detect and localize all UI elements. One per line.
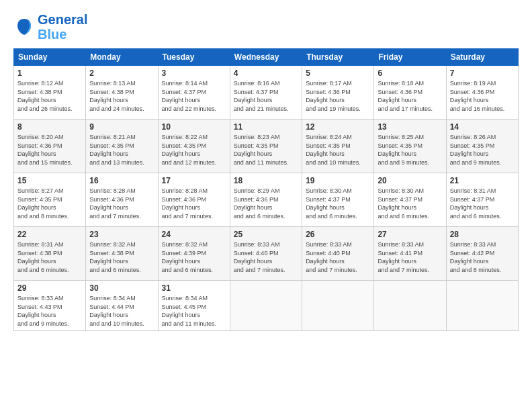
day-info: Sunrise: 8:23 AMSunset: 4:35 PMDaylight … [234, 133, 298, 167]
weekday-header: Wednesday [230, 49, 302, 66]
day-number: 5 [306, 68, 370, 78]
weekday-header: Thursday [302, 49, 374, 66]
calendar-cell: 26 Sunrise: 8:33 AMSunset: 4:40 PMDaylig… [302, 227, 374, 281]
calendar-week-row: 22 Sunrise: 8:31 AMSunset: 4:38 PMDaylig… [14, 227, 519, 281]
calendar-cell: 20 Sunrise: 8:30 AMSunset: 4:37 PMDaylig… [374, 173, 446, 227]
calendar-week-row: 8 Sunrise: 8:20 AMSunset: 4:36 PMDayligh… [14, 120, 519, 173]
calendar-cell: 18 Sunrise: 8:29 AMSunset: 4:36 PMDaylig… [230, 173, 302, 227]
day-number: 29 [17, 283, 82, 293]
day-number: 17 [162, 176, 226, 185]
weekday-header: Friday [374, 49, 446, 66]
calendar-cell [446, 281, 518, 331]
day-number: 28 [450, 230, 515, 239]
calendar-cell: 6 Sunrise: 8:18 AMSunset: 4:36 PMDayligh… [374, 66, 446, 120]
day-info: Sunrise: 8:14 AMSunset: 4:37 PMDaylight … [162, 79, 226, 113]
calendar-week-row: 29 Sunrise: 8:33 AMSunset: 4:43 PMDaylig… [14, 281, 519, 331]
day-info: Sunrise: 8:20 AMSunset: 4:36 PMDaylight … [17, 133, 82, 167]
calendar-cell: 10 Sunrise: 8:22 AMSunset: 4:35 PMDaylig… [158, 120, 230, 173]
calendar-cell: 2 Sunrise: 8:13 AMSunset: 4:38 PMDayligh… [86, 66, 158, 120]
day-number: 19 [306, 176, 370, 185]
day-info: Sunrise: 8:25 AMSunset: 4:35 PMDaylight … [378, 133, 442, 167]
calendar-cell: 30 Sunrise: 8:34 AMSunset: 4:44 PMDaylig… [86, 281, 158, 331]
weekday-header: Tuesday [158, 49, 230, 66]
calendar-cell [302, 281, 374, 331]
day-number: 16 [89, 176, 154, 185]
calendar-cell: 7 Sunrise: 8:19 AMSunset: 4:36 PMDayligh… [446, 66, 518, 120]
logo: General Blue [13, 12, 87, 42]
day-info: Sunrise: 8:32 AMSunset: 4:38 PMDaylight … [89, 240, 154, 274]
day-info: Sunrise: 8:22 AMSunset: 4:35 PMDaylight … [162, 133, 226, 167]
day-info: Sunrise: 8:13 AMSunset: 4:38 PMDaylight … [89, 79, 154, 113]
weekday-header: Monday [86, 49, 158, 66]
day-info: Sunrise: 8:30 AMSunset: 4:37 PMDaylight … [306, 187, 370, 220]
weekday-header: Saturday [446, 49, 518, 66]
calendar-cell: 5 Sunrise: 8:17 AMSunset: 4:36 PMDayligh… [302, 66, 374, 120]
day-info: Sunrise: 8:17 AMSunset: 4:36 PMDaylight … [306, 79, 370, 113]
day-number: 23 [89, 230, 154, 239]
day-number: 13 [378, 122, 442, 132]
day-number: 10 [162, 122, 226, 132]
day-number: 3 [162, 68, 226, 78]
day-info: Sunrise: 8:30 AMSunset: 4:37 PMDaylight … [378, 187, 442, 220]
calendar-cell: 21 Sunrise: 8:31 AMSunset: 4:37 PMDaylig… [446, 173, 518, 227]
day-number: 7 [450, 68, 515, 78]
calendar-cell: 9 Sunrise: 8:21 AMSunset: 4:35 PMDayligh… [86, 120, 158, 173]
calendar-week-row: 15 Sunrise: 8:27 AMSunset: 4:35 PMDaylig… [14, 173, 519, 227]
calendar-cell: 28 Sunrise: 8:33 AMSunset: 4:42 PMDaylig… [446, 227, 518, 281]
calendar-cell: 17 Sunrise: 8:28 AMSunset: 4:36 PMDaylig… [158, 173, 230, 227]
day-info: Sunrise: 8:33 AMSunset: 4:42 PMDaylight … [450, 240, 515, 274]
day-number: 6 [378, 68, 442, 78]
calendar-cell: 13 Sunrise: 8:25 AMSunset: 4:35 PMDaylig… [374, 120, 446, 173]
calendar-week-row: 1 Sunrise: 8:12 AMSunset: 4:38 PMDayligh… [14, 66, 519, 120]
day-info: Sunrise: 8:16 AMSunset: 4:37 PMDaylight … [234, 79, 298, 113]
day-number: 30 [89, 283, 154, 293]
day-number: 4 [234, 68, 298, 78]
day-number: 22 [17, 230, 82, 239]
day-number: 9 [89, 122, 154, 132]
day-info: Sunrise: 8:32 AMSunset: 4:39 PMDaylight … [162, 240, 226, 274]
logo-text: General Blue [38, 12, 87, 42]
day-info: Sunrise: 8:33 AMSunset: 4:40 PMDaylight … [306, 240, 370, 274]
calendar-cell: 24 Sunrise: 8:32 AMSunset: 4:39 PMDaylig… [158, 227, 230, 281]
calendar-cell: 12 Sunrise: 8:24 AMSunset: 4:35 PMDaylig… [302, 120, 374, 173]
day-number: 15 [17, 176, 82, 185]
weekday-header: Sunday [14, 49, 86, 66]
calendar-cell: 1 Sunrise: 8:12 AMSunset: 4:38 PMDayligh… [14, 66, 86, 120]
day-number: 27 [378, 230, 442, 239]
day-number: 21 [450, 176, 515, 185]
day-info: Sunrise: 8:27 AMSunset: 4:35 PMDaylight … [17, 187, 82, 220]
calendar-table: SundayMondayTuesdayWednesdayThursdayFrid… [13, 48, 519, 331]
day-number: 26 [306, 230, 370, 239]
day-number: 8 [17, 122, 82, 132]
day-number: 24 [162, 230, 226, 239]
day-info: Sunrise: 8:31 AMSunset: 4:37 PMDaylight … [450, 187, 515, 220]
calendar-cell: 23 Sunrise: 8:32 AMSunset: 4:38 PMDaylig… [86, 227, 158, 281]
day-number: 11 [234, 122, 298, 132]
day-info: Sunrise: 8:33 AMSunset: 4:43 PMDaylight … [17, 294, 82, 328]
calendar-cell: 15 Sunrise: 8:27 AMSunset: 4:35 PMDaylig… [14, 173, 86, 227]
day-number: 25 [234, 230, 298, 239]
day-number: 20 [378, 176, 442, 185]
calendar-cell: 29 Sunrise: 8:33 AMSunset: 4:43 PMDaylig… [14, 281, 86, 331]
calendar-cell: 22 Sunrise: 8:31 AMSunset: 4:38 PMDaylig… [14, 227, 86, 281]
day-number: 18 [234, 176, 298, 185]
calendar-cell: 27 Sunrise: 8:33 AMSunset: 4:41 PMDaylig… [374, 227, 446, 281]
day-info: Sunrise: 8:28 AMSunset: 4:36 PMDaylight … [89, 187, 154, 220]
calendar-cell: 14 Sunrise: 8:26 AMSunset: 4:35 PMDaylig… [446, 120, 518, 173]
day-number: 2 [89, 68, 154, 78]
day-number: 1 [17, 68, 82, 78]
calendar-cell: 19 Sunrise: 8:30 AMSunset: 4:37 PMDaylig… [302, 173, 374, 227]
day-info: Sunrise: 8:31 AMSunset: 4:38 PMDaylight … [17, 240, 82, 274]
header: General Blue [13, 12, 519, 42]
day-info: Sunrise: 8:12 AMSunset: 4:38 PMDaylight … [17, 79, 82, 113]
calendar-cell: 8 Sunrise: 8:20 AMSunset: 4:36 PMDayligh… [14, 120, 86, 173]
calendar-cell: 3 Sunrise: 8:14 AMSunset: 4:37 PMDayligh… [158, 66, 230, 120]
day-number: 14 [450, 122, 515, 132]
day-info: Sunrise: 8:34 AMSunset: 4:44 PMDaylight … [89, 294, 154, 328]
day-info: Sunrise: 8:24 AMSunset: 4:35 PMDaylight … [306, 133, 370, 167]
calendar-header-row: SundayMondayTuesdayWednesdayThursdayFrid… [14, 49, 519, 66]
calendar-cell: 16 Sunrise: 8:28 AMSunset: 4:36 PMDaylig… [86, 173, 158, 227]
calendar-cell [230, 281, 302, 331]
day-info: Sunrise: 8:29 AMSunset: 4:36 PMDaylight … [234, 187, 298, 220]
day-info: Sunrise: 8:19 AMSunset: 4:36 PMDaylight … [450, 79, 515, 113]
